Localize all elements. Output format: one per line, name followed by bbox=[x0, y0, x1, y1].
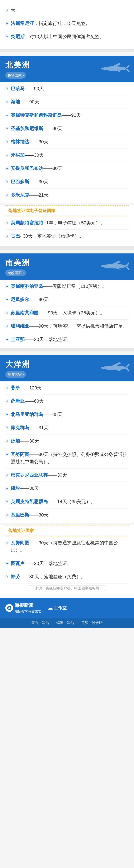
haibao-icon: 海 bbox=[7, 606, 12, 611]
svg-marker-14 bbox=[126, 266, 130, 270]
country-name: 英属蒙特塞拉特 bbox=[11, 220, 43, 225]
country-name: 巴哈马 bbox=[11, 86, 25, 91]
logos-container: 海 海报新闻 海纳天下 报道真实 ☁ 工作室 bbox=[5, 602, 66, 614]
item-text: 汤加——30天 bbox=[11, 437, 129, 445]
svg-marker-13 bbox=[126, 262, 130, 266]
list-item: ✈ 库克群岛——31天 bbox=[5, 421, 129, 435]
item-text: 英属南乔治亚岛——无限期居留（110英镑）。 bbox=[11, 283, 129, 290]
plane-icon: ✈ bbox=[5, 540, 8, 546]
item-text: 瓦努阿图——30天（持普通护照及往返机票的中国公民）。 bbox=[11, 539, 129, 554]
svg-point-26 bbox=[111, 367, 112, 367]
country-name: 库克群岛 bbox=[11, 425, 29, 430]
list-item: ✈ 密克罗尼西亚联邦——30天 bbox=[5, 469, 129, 482]
list-item: ✈ 巴巴多斯——30天 bbox=[5, 175, 129, 189]
country-name: 汤加 bbox=[11, 438, 20, 444]
title-block: 南美洲 免签国家 › bbox=[5, 257, 30, 277]
item-text: 圣基茨和尼维斯——90天 bbox=[11, 125, 129, 132]
region-name: 南美洲 bbox=[5, 257, 30, 269]
item-text: 纽埃——30天 bbox=[11, 485, 129, 492]
plane-icon: ✈ bbox=[5, 192, 8, 198]
credit-edit: 编辑：冯浩 bbox=[56, 620, 74, 626]
list-item: ✈ 多米尼克——21天 bbox=[5, 189, 129, 202]
svg-point-9 bbox=[116, 67, 117, 68]
list-item: ✈ 巴哈马——90天 bbox=[5, 82, 129, 96]
svg-point-7 bbox=[111, 67, 112, 68]
svg-marker-3 bbox=[126, 64, 130, 69]
svg-point-8 bbox=[114, 67, 115, 68]
sub-section-header: 落地签证国家 bbox=[5, 525, 129, 536]
section-gap bbox=[0, 49, 134, 52]
footer-credits: 策划：冯浩 编辑：冯浩 美编：沙睿昕 bbox=[0, 618, 134, 628]
sub-section-label: 落地签证或电子签证国家 bbox=[8, 207, 55, 214]
item-text: 巴哈马——90天 bbox=[11, 85, 129, 93]
item-text: 天。 bbox=[11, 6, 129, 14]
country-name: 英属南乔治亚岛 bbox=[11, 284, 43, 289]
svg-point-15 bbox=[101, 265, 104, 267]
list-item: ✈ 图瓦卢——30天，落地签证。 bbox=[5, 557, 129, 570]
plane-icon: ✈ bbox=[5, 86, 8, 92]
item-text: 密克罗尼西亚联邦——30天 bbox=[11, 471, 129, 479]
country-name: 多米尼克 bbox=[11, 192, 29, 198]
list-item: ✈ 瓦努阿图——30天（持普通护照及往返机票的中国公民）。 bbox=[5, 536, 129, 557]
south-america-body: ✈ 英属南乔治亚岛——无限期居留（110英镑）。 ✈ 厄瓜多尔——90天 ✈ 苏… bbox=[0, 280, 134, 348]
country-name: 巴巴多斯 bbox=[11, 179, 29, 184]
item-text: 突尼斯：对10人以上中国公民团体游客免签。 bbox=[11, 33, 129, 40]
country-name: 纽埃 bbox=[11, 486, 20, 491]
region-name: 北美洲 bbox=[5, 59, 30, 71]
list-item: ✈ 牙买加——30天 bbox=[5, 149, 129, 162]
item-text: 瓦努阿图——30天（持外交护照、公务护照或公务普通护照赴瓦中国公民）。 bbox=[11, 451, 129, 466]
list-item: ✈ 突尼斯：对10人以上中国公民团体游客免签。 bbox=[5, 30, 129, 43]
oceania-landing: 落地签证国家 ✈ 瓦努阿图——30天（持普通护照及往返机票的中国公民）。 ✈ 图… bbox=[0, 525, 134, 598]
footer: 海 海报新闻 海纳天下 报道真实 ☁ 工作室 bbox=[0, 598, 134, 618]
haibao-name: 海报新闻 bbox=[15, 602, 41, 609]
item-text: 基里巴斯——30天 bbox=[11, 512, 129, 519]
country-name: 帕劳 bbox=[11, 574, 20, 579]
country-name: 海地 bbox=[11, 99, 20, 104]
item-text: 库克群岛——31天 bbox=[11, 424, 129, 432]
north-america-body: ✈ 巴哈马——90天 ✈ 海地——90天 ✈ 英属特克斯和凯科斯群岛——90天 … bbox=[0, 82, 134, 204]
credit-plan: 策划：冯浩 bbox=[31, 620, 49, 626]
list-item: ✈ 纽埃——30天 bbox=[5, 482, 129, 495]
visa-free-label: 免签国家 bbox=[7, 270, 22, 276]
plane-icon: ✈ bbox=[5, 499, 8, 505]
country-name: 牙买加 bbox=[11, 152, 25, 158]
item-text: 巴巴多斯——30天 bbox=[11, 178, 129, 186]
plane-icon: ✈ bbox=[5, 337, 8, 343]
svg-marker-22 bbox=[126, 364, 130, 368]
south-america-header: 南美洲 免签国家 › bbox=[0, 253, 134, 280]
list-item: ✈ 玻利维亚——90天，落地签证，需提供机票和酒店订单。 bbox=[5, 319, 129, 333]
list-item: ✈ 海地——90天 bbox=[5, 95, 129, 109]
plane-icon: ✈ bbox=[5, 34, 8, 40]
item-text: 斐济——120天 bbox=[11, 384, 129, 392]
plane-icon: ✈ bbox=[5, 385, 8, 391]
item-text: 格林纳达——30天 bbox=[11, 138, 129, 146]
item-text: 图瓦卢——30天，落地签证。 bbox=[11, 560, 129, 567]
visa-free-label: 免签国家 bbox=[7, 72, 22, 78]
plane-icon: ✈ bbox=[5, 21, 8, 27]
item-text: 法属留尼汪：指定旅行社，15天免签。 bbox=[11, 20, 129, 27]
list-item: ✈ 萨摩亚——60天 bbox=[5, 395, 129, 408]
list-item: ✈ 安提瓜和巴布达——30天 bbox=[5, 162, 129, 175]
arrow-icon: › bbox=[23, 372, 24, 377]
title-block: 大洋洲 免签国家 › bbox=[5, 358, 30, 378]
item-text: 多米尼克——21天 bbox=[11, 191, 129, 199]
plane-icon: ✈ bbox=[5, 398, 8, 404]
item-text: 北马里亚纳群岛——45天 bbox=[11, 411, 129, 418]
plane-decoration bbox=[98, 60, 130, 78]
source-note: （来源：央视新闻客户端、中国领事服务网） bbox=[5, 584, 129, 595]
visa-free-tag: 免签国家 › bbox=[5, 270, 26, 276]
top-continuation-section: ✈ 天。 ✈ 法属留尼汪：指定旅行社，15天免签。 ✈ 突尼斯：对10人以上中国… bbox=[0, 0, 134, 49]
plane-icon: ✈ bbox=[5, 411, 8, 418]
svg-marker-4 bbox=[126, 68, 130, 72]
svg-point-5 bbox=[101, 67, 104, 69]
list-item: ✈ 英属特克斯和凯科斯群岛——90天 bbox=[5, 109, 129, 122]
plane-icon: ✈ bbox=[5, 233, 8, 239]
list-item: ✈ 北马里亚纳群岛——45天 bbox=[5, 408, 129, 421]
item-text: 安提瓜和巴布达——30天 bbox=[11, 165, 129, 172]
gongzuoshi-logo: ☁ 工作室 bbox=[48, 604, 66, 612]
country-name: 斐济 bbox=[11, 385, 20, 391]
item-text: 英属蒙特塞拉特- 1年，电子签证（50美元）。 bbox=[11, 219, 129, 227]
visa-free-label: 免签国家 bbox=[7, 372, 22, 377]
list-item: ✈ 圣基茨和尼维斯——90天 bbox=[5, 122, 129, 135]
svg-point-27 bbox=[114, 366, 115, 367]
